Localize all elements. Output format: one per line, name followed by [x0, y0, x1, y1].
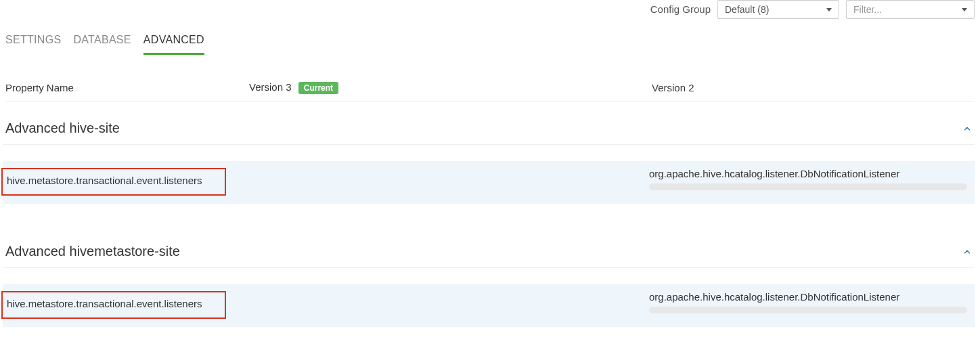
current-badge: Current [298, 82, 338, 94]
filter-select[interactable]: Filter... [846, 0, 975, 19]
property-value-v2-text: org.apache.hive.hcatalog.listener.DbNoti… [649, 291, 899, 303]
tabs: SETTINGS DATABASE ADVANCED [5, 30, 204, 55]
section-header[interactable]: Advanced hivemetastore-site [3, 240, 975, 268]
column-headers: Property Name Version 3 Current Version … [5, 81, 975, 102]
section-advanced-hive-site: Advanced hive-site hive.metastore.transa… [3, 116, 975, 204]
chevron-up-icon[interactable] [962, 124, 972, 133]
property-row: hive.metastore.transactional.event.liste… [3, 161, 975, 204]
col-version-prev: Version 2 [652, 82, 975, 93]
section-title: Advanced hive-site [5, 120, 120, 136]
tab-database[interactable]: DATABASE [73, 30, 131, 55]
tab-advanced[interactable]: ADVANCED [143, 30, 204, 55]
top-controls: Config Group Default (8) Filter... [650, 0, 975, 19]
tab-settings[interactable]: SETTINGS [5, 30, 61, 55]
property-value-v2-text: org.apache.hive.hcatalog.listener.DbNoti… [649, 168, 899, 179]
col-property-name: Property Name [5, 82, 249, 93]
property-name: hive.metastore.transactional.event.liste… [1, 168, 226, 196]
property-name: hive.metastore.transactional.event.liste… [1, 291, 226, 319]
config-group-label: Config Group [650, 0, 711, 19]
filter-placeholder: Filter... [853, 4, 882, 15]
horizontal-scrollbar[interactable] [649, 183, 967, 190]
property-value-v2: org.apache.hive.hcatalog.listener.DbNoti… [649, 168, 975, 190]
config-group-value: Default (8) [725, 4, 769, 15]
section-advanced-hivemetastore-site: Advanced hivemetastore-site hive.metasto… [3, 240, 975, 327]
chevron-up-icon[interactable] [962, 247, 972, 257]
caret-down-icon [826, 8, 832, 12]
horizontal-scrollbar[interactable] [649, 307, 967, 313]
caret-down-icon [962, 8, 967, 12]
config-group-select[interactable]: Default (8) [717, 0, 839, 19]
property-row: hive.metastore.transactional.event.liste… [3, 284, 975, 327]
property-value-v2: org.apache.hive.hcatalog.listener.DbNoti… [649, 291, 975, 313]
section-title: Advanced hivemetastore-site [5, 244, 180, 259]
col-version-current-label: Version 3 [249, 81, 292, 93]
section-header[interactable]: Advanced hive-site [3, 116, 975, 145]
col-version-current: Version 3 Current [249, 81, 652, 94]
